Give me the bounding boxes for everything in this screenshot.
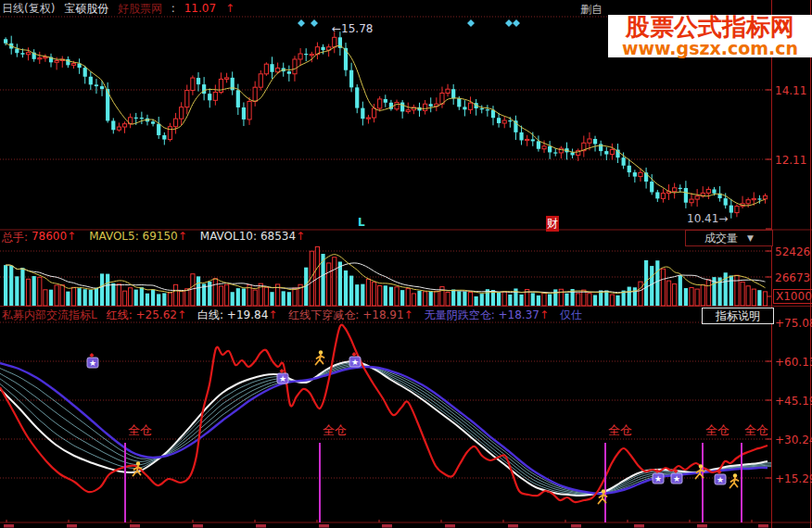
candle-body-down [208,94,211,100]
candle-body-up [333,37,336,46]
volume-bar-up [435,291,438,306]
candle-body-up [253,87,257,101]
candle-body-down [628,166,631,172]
volume-bar-up [366,279,370,306]
candle-body-down [287,71,291,74]
indicator-help-button[interactable]: 指标说明 [702,308,774,324]
candle-body-up [695,196,699,199]
candle-body-down [655,192,659,198]
clipped-date-label [571,524,581,528]
candle-body-up [122,124,126,127]
candle-body-up [446,89,450,93]
candle-body-up [168,127,171,140]
volume-bar-down [519,295,523,306]
volume-bar-down [89,290,93,306]
candle-body-down [508,120,512,121]
volume-bar-up [690,288,693,306]
volume-bar-up [673,284,677,306]
indicator-reading: 无量阴跌空仓: +18.37↑ [425,308,549,321]
candle-body-down [730,206,733,213]
volume-bar-up [424,292,427,306]
volume-bar-up [695,289,699,306]
volume-bar-up [264,287,268,306]
star-glyph: ★ [279,374,286,383]
volume-bar-down [270,292,273,306]
candle-body-up [706,189,710,193]
volume-bar-down [20,268,24,306]
volume-bar-down [684,288,688,306]
clipped-date-label [256,524,266,528]
volume-bar-up [741,282,744,306]
indicator-reading: 红线下穿减仓: +18.91↑ [288,308,412,321]
full-position-label: 全仓 [323,422,347,439]
volume-bar-down [384,285,387,306]
indicator-axis-label: +60.13 [775,356,812,369]
indicator-title: 私募内部交流指标L [2,308,97,323]
volume-bar-down [106,274,109,306]
candle-body-down [134,118,138,119]
total-up-arrow-icon: ↑ [67,230,76,245]
volume-bar-down [162,293,166,306]
runner-marker-icon [133,461,142,475]
runner-marker-icon [316,350,324,364]
candle-body-up [406,110,410,112]
volume-bar-up [378,285,382,306]
candle-body-up [588,139,591,143]
candle-body-up [55,60,58,62]
deleted-text: 删自 [580,2,603,18]
candle-body-up [610,150,614,155]
candle-body-down [202,84,206,94]
candle-body-up [752,198,755,199]
candle-body-down [633,172,637,176]
clipped-date-label [319,524,329,528]
volume-bar-up [185,289,189,306]
volume-bar-up [446,293,450,306]
volume-bar-down [344,270,348,306]
volume-bar-down [417,291,421,306]
star-glyph: ★ [673,474,680,484]
volume-bar-down [151,290,155,306]
volume-type-dropdown[interactable]: 成交量 ▼ [685,230,773,246]
stock-name: 宝硕股份 [64,2,108,15]
volume-bar-up [71,287,75,306]
full-position-label: 全仓 [744,422,768,439]
volume-bar-down [146,294,149,306]
candle-body-up [690,199,693,203]
candle-body-up [468,103,472,109]
watermark-card: 股票公式指标网 www.gszx.com.cn [608,15,812,57]
volume-bar-up [752,289,755,306]
volume-bar-down [355,284,359,306]
volume-bar-down [531,293,535,306]
candle-body-down [480,108,484,109]
chevron-down-icon[interactable]: ▼ [747,233,754,243]
candle-body-down [321,47,324,50]
volume-bar-down [389,287,393,306]
volume-bar-up [666,281,670,306]
clipped-date-label [382,524,392,528]
reading-up-arrow-icon: ↑ [177,308,186,321]
clipped-date-label [4,524,14,528]
volume-bar-down [604,290,608,306]
volume-bar-down [100,273,104,306]
candle-body-down [486,109,489,110]
volume-bar-down [208,282,211,306]
candle-body-down [519,132,523,141]
volume-bar-down [338,261,342,306]
candle-body-down [571,152,575,155]
candle-body-down [553,152,557,153]
star-glyph: ★ [89,358,96,368]
candle-body-up [424,104,427,110]
candle-body-down [457,98,461,107]
candle-body-down [95,84,98,86]
volume-bar-down [236,288,240,306]
candle-body-up [117,127,121,130]
candle-body-down [712,189,716,193]
volume-bar-down [650,266,653,306]
volume-bar-down [615,295,619,306]
volume-bar-down [451,289,455,306]
candle-body-down [355,87,359,107]
candle-body-down [344,48,348,70]
volume-bar-up [38,277,42,306]
volume-bar-down [197,276,200,306]
volume-bar-down [287,292,291,306]
